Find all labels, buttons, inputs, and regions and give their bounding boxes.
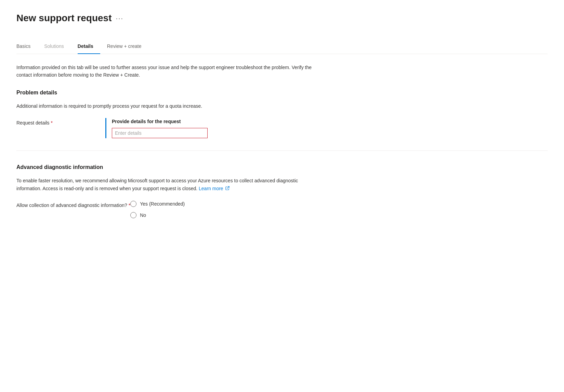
problem-details-section: Problem details Additional information i…	[16, 89, 548, 138]
radio-option-yes[interactable]: Yes (Recommended)	[130, 200, 336, 208]
radio-option-no[interactable]: No	[130, 212, 336, 219]
radio-group-container: Yes (Recommended) No	[130, 200, 336, 219]
request-details-row: Request details * Provide details for th…	[16, 118, 548, 138]
tab-solutions[interactable]: Solutions	[44, 39, 71, 54]
diagnostic-radio-group: Yes (Recommended) No	[130, 200, 336, 219]
allow-collection-row: Allow collection of advanced diagnostic …	[16, 200, 548, 219]
field-panel-title: Provide details for the request	[112, 118, 311, 125]
request-details-field-container: Provide details for the request	[105, 118, 311, 138]
tab-review-create[interactable]: Review + create	[107, 39, 148, 54]
tab-details[interactable]: Details	[78, 39, 100, 54]
required-star: *	[51, 119, 53, 127]
page-title: New support request	[16, 11, 112, 25]
external-link-icon	[225, 186, 229, 192]
radio-circle-no	[130, 212, 136, 218]
advanced-diagnostic-desc: To enable faster resolution, we recommen…	[16, 177, 324, 192]
radio-label-no: No	[140, 212, 146, 219]
request-details-label: Request details *	[16, 118, 105, 127]
advanced-diagnostic-section: Advanced diagnostic information To enabl…	[16, 163, 548, 219]
problem-details-title: Problem details	[16, 89, 548, 97]
advanced-diagnostic-title: Advanced diagnostic information	[16, 163, 548, 171]
learn-more-link[interactable]: Learn more	[199, 186, 229, 191]
problem-details-desc: Additional information is required to pr…	[16, 102, 324, 110]
tab-navigation: Basics Solutions Details Review + create	[16, 39, 548, 54]
radio-circle-yes	[130, 201, 136, 207]
field-panel: Provide details for the request	[105, 118, 311, 138]
section-divider	[16, 151, 548, 151]
radio-label-yes: Yes (Recommended)	[140, 200, 185, 208]
tab-basics[interactable]: Basics	[16, 39, 37, 54]
more-options-button[interactable]: ···	[116, 13, 123, 23]
tab-description: Information provided on this tab will be…	[16, 64, 324, 79]
allow-collection-label: Allow collection of advanced diagnostic …	[16, 200, 130, 209]
request-details-input[interactable]	[112, 128, 208, 138]
